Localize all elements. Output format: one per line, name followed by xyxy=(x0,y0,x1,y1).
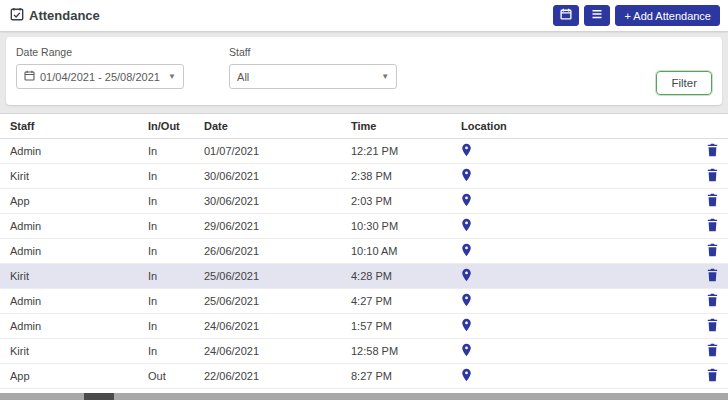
calendar-small-icon xyxy=(24,70,35,83)
inout-cell: Out xyxy=(140,364,196,389)
actions-cell xyxy=(688,364,728,389)
staff-cell: Admin xyxy=(0,289,140,314)
delete-row-button[interactable] xyxy=(706,293,719,307)
scrollbar-thumb[interactable] xyxy=(84,393,114,400)
calendar-check-icon xyxy=(10,7,24,24)
date-cell: 25/06/2021 xyxy=(196,264,343,289)
trash-icon xyxy=(706,270,719,285)
delete-row-button[interactable] xyxy=(706,268,719,282)
staff-cell: Admin xyxy=(0,239,140,264)
inout-cell: In xyxy=(140,239,196,264)
delete-row-button[interactable] xyxy=(706,143,719,157)
location-pin-icon[interactable] xyxy=(461,218,472,232)
trash-icon xyxy=(706,320,719,335)
page-title: Attendance xyxy=(10,7,100,24)
staff-cell: Admin xyxy=(0,139,140,164)
time-cell: 8:27 PM xyxy=(343,364,453,389)
add-attendance-button[interactable]: + Add Attendance xyxy=(615,5,720,26)
actions-cell xyxy=(688,264,728,289)
inout-cell: In xyxy=(140,164,196,189)
inout-cell: In xyxy=(140,314,196,339)
column-header-location: Location xyxy=(453,114,688,139)
location-pin-icon[interactable] xyxy=(461,293,472,307)
time-cell: 10:10 AM xyxy=(343,239,453,264)
list-icon xyxy=(591,8,603,23)
time-cell: 4:28 PM xyxy=(343,264,453,289)
table-row: AdminIn01/07/202112:21 PM xyxy=(0,139,728,164)
staff-group: Staff All ▼ xyxy=(229,46,397,89)
delete-row-button[interactable] xyxy=(706,318,719,332)
location-cell xyxy=(453,139,688,164)
inout-cell: In xyxy=(140,189,196,214)
location-cell xyxy=(453,239,688,264)
time-cell: 2:38 PM xyxy=(343,164,453,189)
delete-row-button[interactable] xyxy=(706,343,719,357)
table-row: AdminIn24/06/20211:57 PM xyxy=(0,314,728,339)
inout-cell: In xyxy=(140,214,196,239)
date-range-select[interactable]: 01/04/2021 - 25/08/2021 ▼ xyxy=(16,64,184,89)
delete-row-button[interactable] xyxy=(706,218,719,232)
location-cell xyxy=(453,289,688,314)
date-cell: 30/06/2021 xyxy=(196,164,343,189)
date-cell: 30/06/2021 xyxy=(196,189,343,214)
delete-row-button[interactable] xyxy=(706,368,719,382)
time-cell: 1:57 PM xyxy=(343,314,453,339)
table-row: KiritIn30/06/20212:38 PM xyxy=(0,164,728,189)
date-cell: 24/06/2021 xyxy=(196,339,343,364)
date-cell: 24/06/2021 xyxy=(196,314,343,339)
attendance-table: StaffIn/OutDateTimeLocation AdminIn01/07… xyxy=(0,114,728,389)
trash-icon xyxy=(706,245,719,260)
actions-cell xyxy=(688,339,728,364)
column-header-date: Date xyxy=(196,114,343,139)
filter-button[interactable]: Filter xyxy=(656,71,712,95)
attendance-table-body: AdminIn01/07/202112:21 PMKiritIn30/06/20… xyxy=(0,139,728,389)
trash-icon xyxy=(706,220,719,235)
date-range-group: Date Range 01/04/2021 - 25/08/2021 ▼ xyxy=(16,46,184,89)
staff-label: Staff xyxy=(229,46,397,58)
table-row: KiritIn24/06/202112:58 PM xyxy=(0,339,728,364)
staff-select[interactable]: All ▼ xyxy=(229,64,397,89)
staff-cell: App xyxy=(0,364,140,389)
trash-icon xyxy=(706,370,719,385)
delete-row-button[interactable] xyxy=(706,168,719,182)
calendar-icon xyxy=(560,8,572,23)
time-cell: 4:27 PM xyxy=(343,289,453,314)
trash-icon xyxy=(706,170,719,185)
chevron-down-icon: ▼ xyxy=(168,72,176,81)
location-pin-icon[interactable] xyxy=(461,368,472,382)
location-pin-icon[interactable] xyxy=(461,268,472,282)
location-pin-icon[interactable] xyxy=(461,168,472,182)
calendar-view-button[interactable] xyxy=(553,5,579,26)
location-pin-icon[interactable] xyxy=(461,343,472,357)
table-row: AdminIn25/06/20214:27 PM xyxy=(0,289,728,314)
chevron-down-icon: ▼ xyxy=(381,72,389,81)
location-cell xyxy=(453,264,688,289)
table-row: AdminIn29/06/202110:30 PM xyxy=(0,214,728,239)
inout-cell: In xyxy=(140,139,196,164)
location-pin-icon[interactable] xyxy=(461,243,472,257)
location-pin-icon[interactable] xyxy=(461,143,472,157)
location-pin-icon[interactable] xyxy=(461,318,472,332)
actions-cell xyxy=(688,314,728,339)
location-cell xyxy=(453,164,688,189)
list-view-button[interactable] xyxy=(584,5,610,26)
table-row: AdminIn26/06/202110:10 AM xyxy=(0,239,728,264)
staff-cell: Admin xyxy=(0,214,140,239)
top-header-bar: Attendance + Add Attendance xyxy=(0,0,728,31)
date-range-value: 01/04/2021 - 25/08/2021 xyxy=(40,71,160,83)
actions-cell xyxy=(688,239,728,264)
column-header-staff: Staff xyxy=(0,114,140,139)
time-cell: 12:58 PM xyxy=(343,339,453,364)
column-header-in-out: In/Out xyxy=(140,114,196,139)
delete-row-button[interactable] xyxy=(706,243,719,257)
time-cell: 2:03 PM xyxy=(343,189,453,214)
location-cell xyxy=(453,189,688,214)
table-row: KiritIn25/06/20214:28 PM xyxy=(0,264,728,289)
horizontal-scrollbar[interactable] xyxy=(0,393,728,400)
time-cell: 10:30 PM xyxy=(343,214,453,239)
table-row: AppIn30/06/20212:03 PM xyxy=(0,189,728,214)
trash-icon xyxy=(706,145,719,160)
table-header-row: StaffIn/OutDateTimeLocation xyxy=(0,114,728,139)
location-pin-icon[interactable] xyxy=(461,193,472,207)
delete-row-button[interactable] xyxy=(706,193,719,207)
